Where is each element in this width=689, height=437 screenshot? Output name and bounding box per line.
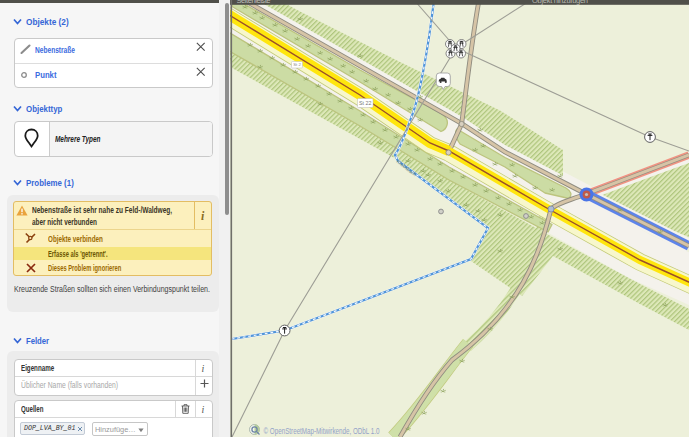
svg-text:St 2: St 2 <box>293 62 301 67</box>
svg-text:St 22: St 22 <box>359 100 371 106</box>
svg-text:Seitenleiste: Seitenleiste <box>237 0 271 5</box>
svg-text:© OpenStreetMap-Mitwirkende, O: © OpenStreetMap-Mitwirkende, ODbL 1.0 <box>264 427 380 436</box>
svg-text:Objekt hinzufügen: Objekt hinzufügen <box>532 0 588 5</box>
